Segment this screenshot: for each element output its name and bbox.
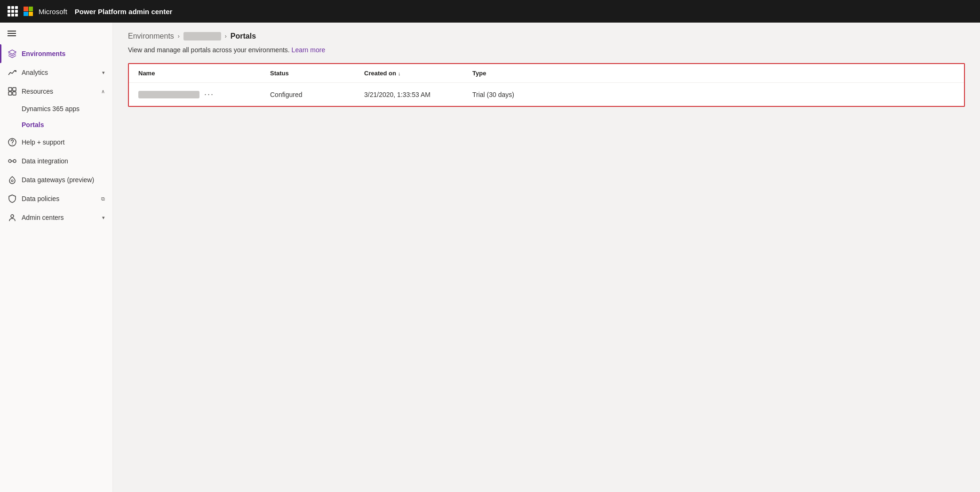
breadcrumb-current: Portals [231,32,256,40]
main-content-area: Environments › › Portals View and manage… [113,23,980,492]
sidebar-dynamics365-label: Dynamics 365 apps [22,105,80,113]
svg-rect-1 [13,88,16,91]
row-options-button[interactable]: ··· [204,89,214,99]
sidebar-item-data-integration[interactable]: Data integration [0,152,112,170]
svg-point-6 [8,160,11,162]
microsoft-logo [24,7,33,16]
analytics-chevron: ▾ [102,70,105,76]
svg-rect-2 [8,92,12,95]
col-header-created-on[interactable]: Created on ↓ [364,70,472,77]
data-policies-icon [8,194,17,203]
admin-centers-icon [8,213,17,222]
breadcrumb-environments[interactable]: Environments [128,32,174,40]
svg-point-10 [11,215,14,218]
created-on-sort-icon: ↓ [398,71,401,76]
portal-name-blurred [138,91,199,98]
portals-table: Name Status Created on ↓ Type [128,63,965,107]
learn-more-link[interactable]: Learn more [292,46,326,54]
sidebar-help-label: Help + support [22,138,64,146]
breadcrumb-sep2: › [225,33,227,40]
data-integration-icon [8,156,17,166]
sidebar-item-help-support[interactable]: Help + support [0,133,112,152]
hamburger-button[interactable] [0,23,112,44]
cell-created-on: 3/21/2020, 1:33:53 AM [364,91,472,98]
col-header-type[interactable]: Type [472,70,955,77]
cell-name: ··· [138,89,270,99]
admin-centers-chevron: ▾ [102,215,105,221]
svg-point-9 [11,180,13,182]
table-row: ··· Configured 3/21/2020, 1:33:53 AM Tri… [129,83,964,106]
analytics-icon [8,68,17,77]
waffle-icon[interactable] [8,6,18,16]
sidebar-item-resources[interactable]: Resources ∧ [0,82,112,101]
sidebar-item-data-gateways[interactable]: Data gateways (preview) [0,170,112,189]
sidebar-resources-label: Resources [22,88,53,95]
svg-rect-0 [8,88,12,91]
cell-status: Configured [270,91,364,98]
col-header-status[interactable]: Status [270,70,364,77]
breadcrumb-environment-name [183,32,221,40]
breadcrumb: Environments › › Portals [128,32,965,40]
sidebar-admin-centers-label: Admin centers [22,214,64,221]
brand-label: Microsoft [39,8,67,16]
sidebar-analytics-label: Analytics [22,69,48,76]
resources-chevron: ∧ [101,89,105,95]
topnav: Microsoft Power Platform admin center [0,0,980,23]
sidebar-data-gateways-label: Data gateways (preview) [22,176,94,184]
sidebar-data-integration-label: Data integration [22,157,68,165]
breadcrumb-sep1: › [178,33,180,40]
sidebar-item-portals[interactable]: Portals [0,117,112,133]
sidebar: Environments Analytics ▾ [0,23,113,492]
svg-point-7 [13,160,16,162]
col-header-name[interactable]: Name [138,70,270,77]
sidebar-item-admin-centers[interactable]: Admin centers ▾ [0,208,112,227]
app-title: Power Platform admin center [75,8,173,16]
sidebar-data-policies-label: Data policies [22,195,59,202]
data-gateways-icon [8,175,17,185]
help-icon [8,137,17,147]
sidebar-environments-label: Environments [22,50,65,57]
table-header: Name Status Created on ↓ Type [129,64,964,83]
svg-point-5 [12,144,13,145]
sidebar-item-environments[interactable]: Environments [0,44,112,63]
layers-icon [8,49,17,58]
data-policies-external-icon: ⧉ [101,196,105,202]
resources-icon [8,87,17,96]
sidebar-item-analytics[interactable]: Analytics ▾ [0,63,112,82]
sidebar-item-dynamics365[interactable]: Dynamics 365 apps [0,101,112,117]
page-subtitle: View and manage all portals across your … [128,46,965,54]
sidebar-portals-label: Portals [22,121,44,129]
svg-rect-3 [13,92,16,95]
sidebar-item-data-policies[interactable]: Data policies ⧉ [0,189,112,208]
cell-type: Trial (30 days) [472,91,955,98]
